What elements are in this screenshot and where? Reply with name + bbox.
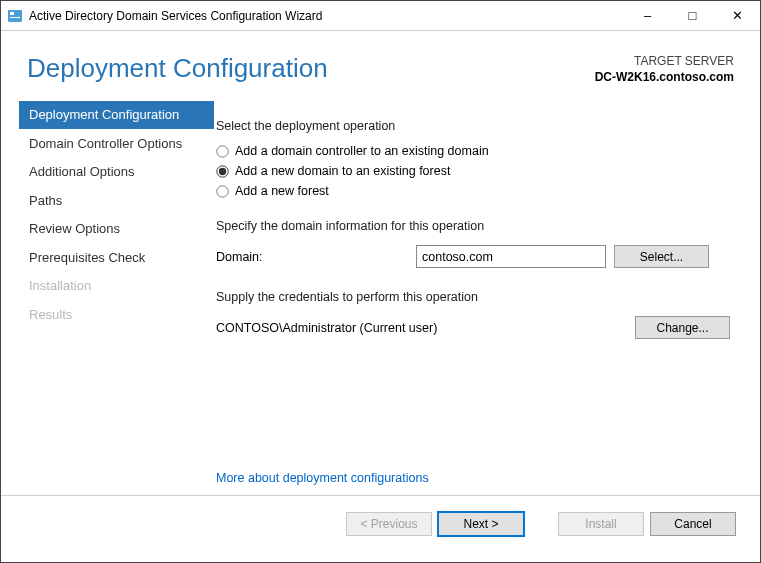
previous-button: < Previous xyxy=(346,512,432,536)
close-button[interactable]: ✕ xyxy=(715,1,760,30)
step-results: Results xyxy=(19,301,214,329)
svg-rect-0 xyxy=(8,10,22,22)
step-domain-controller-options[interactable]: Domain Controller Options xyxy=(19,130,214,158)
radio-add-dc-input[interactable] xyxy=(216,145,228,157)
install-button: Install xyxy=(558,512,644,536)
window-controls: – □ ✕ xyxy=(625,1,760,30)
svg-rect-2 xyxy=(10,17,20,18)
step-deployment-configuration[interactable]: Deployment Configuration xyxy=(19,101,214,129)
radio-add-forest-label: Add a new forest xyxy=(235,184,329,198)
domain-field-label: Domain: xyxy=(216,250,416,264)
credentials-value: CONTOSO\Administrator (Current user) xyxy=(216,321,635,335)
target-server-label: TARGET SERVER xyxy=(595,53,734,69)
radio-add-forest-input[interactable] xyxy=(216,185,228,197)
domain-input[interactable] xyxy=(416,245,606,268)
domain-row: Domain: Select... xyxy=(216,245,730,268)
credentials-row: CONTOSO\Administrator (Current user) Cha… xyxy=(216,316,730,339)
minimize-button[interactable]: – xyxy=(625,1,670,30)
step-additional-options[interactable]: Additional Options xyxy=(19,158,214,186)
app-icon xyxy=(7,8,23,24)
credentials-label: Supply the credentials to perform this o… xyxy=(216,290,730,304)
target-server-name: DC-W2K16.contoso.com xyxy=(595,69,734,85)
target-server-block: TARGET SERVER DC-W2K16.contoso.com xyxy=(595,53,734,85)
titlebar: Active Directory Domain Services Configu… xyxy=(1,1,760,31)
radio-add-forest[interactable]: Add a new forest xyxy=(216,184,730,198)
step-review-options[interactable]: Review Options xyxy=(19,215,214,243)
header: Deployment Configuration TARGET SERVER D… xyxy=(1,31,760,95)
svg-rect-1 xyxy=(10,12,14,15)
maximize-button[interactable]: □ xyxy=(670,1,715,30)
radio-add-domain-input[interactable] xyxy=(216,165,228,177)
radio-add-domain-label: Add a new domain to an existing forest xyxy=(235,164,450,178)
footer: < Previous Next > Install Cancel xyxy=(1,495,760,551)
select-domain-button[interactable]: Select... xyxy=(614,245,709,268)
radio-add-dc[interactable]: Add a domain controller to an existing d… xyxy=(216,144,730,158)
select-operation-label: Select the deployment operation xyxy=(216,119,730,133)
step-paths[interactable]: Paths xyxy=(19,187,214,215)
cancel-button[interactable]: Cancel xyxy=(650,512,736,536)
main-panel: Select the deployment operation Add a do… xyxy=(214,95,760,495)
radio-add-domain[interactable]: Add a new domain to an existing forest xyxy=(216,164,730,178)
change-credentials-button[interactable]: Change... xyxy=(635,316,730,339)
specify-domain-label: Specify the domain information for this … xyxy=(216,219,730,233)
more-about-link[interactable]: More about deployment configurations xyxy=(216,471,730,485)
wizard-steps: Deployment Configuration Domain Controll… xyxy=(19,95,214,495)
window-title: Active Directory Domain Services Configu… xyxy=(29,9,625,23)
next-button[interactable]: Next > xyxy=(438,512,524,536)
step-prerequisites-check[interactable]: Prerequisites Check xyxy=(19,244,214,272)
step-installation: Installation xyxy=(19,272,214,300)
page-title: Deployment Configuration xyxy=(27,53,595,84)
radio-add-dc-label: Add a domain controller to an existing d… xyxy=(235,144,489,158)
body: Deployment Configuration Domain Controll… xyxy=(1,95,760,495)
